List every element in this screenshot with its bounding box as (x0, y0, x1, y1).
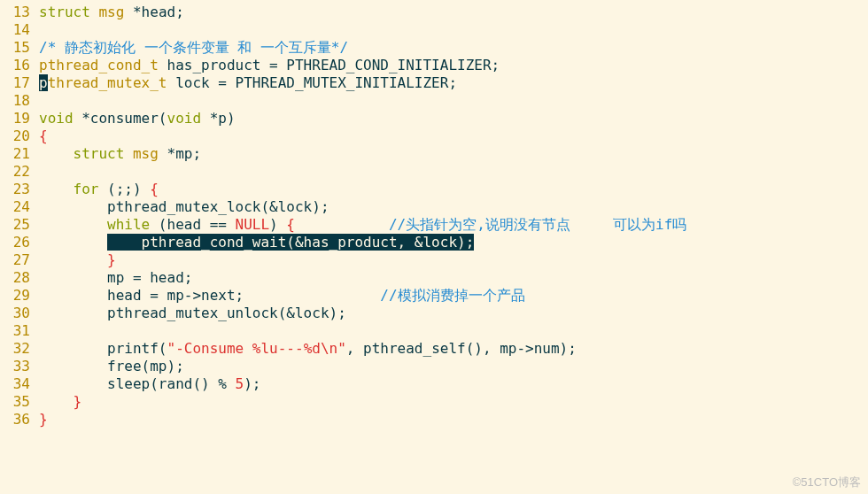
code-content[interactable]: } (39, 393, 868, 411)
token-cursor-block: p (39, 74, 48, 91)
code-content[interactable]: } (39, 251, 868, 269)
code-content[interactable]: pthread_mutex_unlock(&lock); (39, 305, 868, 322)
token-ident: *head; (124, 4, 183, 20)
token-ident: head = mp->next; (39, 287, 380, 304)
token-ident: *consumer( (74, 110, 167, 127)
code-line[interactable]: 24 pthread_mutex_lock(&lock); (0, 198, 868, 216)
code-line[interactable]: 33 free(mp); (0, 358, 868, 375)
code-content[interactable]: /* 静态初始化 一个条件变量 和 一个互斥量*/ (39, 39, 868, 57)
code-line[interactable]: 36} (0, 411, 868, 428)
code-content[interactable]: while (head == NULL) { //头指针为空,说明没有节点 可以… (39, 216, 868, 234)
code-line[interactable]: 30 pthread_mutex_unlock(&lock); (0, 305, 868, 322)
code-line[interactable]: 32 printf("-Consume %lu---%d\n", pthread… (0, 340, 868, 358)
line-number: 35 (0, 393, 39, 411)
token-cmt: /* 静态初始化 一个条件变量 和 一个互斥量*/ (39, 39, 348, 56)
token-ident: (head == (150, 216, 235, 233)
token-ident (39, 145, 74, 162)
code-content[interactable]: struct msg *mp; (39, 145, 868, 163)
token-kw: struct (39, 4, 90, 20)
token-brace: } (74, 393, 82, 410)
line-number: 27 (0, 251, 39, 269)
token-brace: } (39, 411, 48, 428)
code-content[interactable]: struct msg *head; (39, 4, 868, 21)
token-ident (90, 4, 99, 20)
code-line[interactable]: 35 } (0, 393, 868, 411)
line-number: 33 (0, 358, 39, 375)
token-kw: for (74, 181, 99, 197)
code-content[interactable]: head = mp->next; //模拟消费掉一个产品 (39, 287, 868, 305)
line-number: 13 (0, 4, 39, 21)
code-content[interactable]: } (39, 411, 868, 428)
line-number: 28 (0, 269, 39, 287)
token-type: thread_mutex_t (48, 74, 167, 91)
token-brace: { (150, 181, 159, 197)
line-number: 25 (0, 216, 39, 234)
token-kw: void (39, 110, 74, 127)
code-content[interactable]: pthread_mutex_lock(&lock); (39, 198, 868, 216)
line-number: 21 (0, 145, 39, 163)
code-line[interactable]: 21 struct msg *mp; (0, 145, 868, 163)
code-line[interactable]: 14 (0, 21, 868, 39)
code-content[interactable]: printf("-Consume %lu---%d\n", pthread_se… (39, 340, 868, 358)
code-line[interactable]: 20{ (0, 127, 868, 145)
code-content[interactable]: void *consumer(void *p) (39, 110, 868, 127)
code-line[interactable]: 13struct msg *head; (0, 4, 868, 21)
token-ident: has_product = PTHREAD_COND_INITIALIZER; (159, 57, 500, 73)
line-number: 14 (0, 21, 39, 39)
line-number: 18 (0, 92, 39, 110)
code-content[interactable]: pthread_cond_t has_product = PTHREAD_CON… (39, 57, 868, 74)
code-line[interactable]: 34 sleep(rand() % 5); (0, 375, 868, 393)
code-content[interactable]: free(mp); (39, 358, 868, 375)
token-ident (124, 145, 133, 162)
token-kw: void (167, 110, 202, 127)
code-line[interactable]: 18 (0, 92, 868, 110)
token-num: 5 (236, 375, 244, 392)
code-content[interactable]: for (;;) { (39, 181, 868, 198)
code-line[interactable]: 15/* 静态初始化 一个条件变量 和 一个互斥量*/ (0, 39, 868, 57)
token-brace: { (286, 216, 295, 233)
code-line[interactable]: 17pthread_mutex_t lock = PTHREAD_MUTEX_I… (0, 74, 868, 92)
line-number: 29 (0, 287, 39, 305)
code-content[interactable]: { (39, 127, 868, 145)
token-ident: (;;) (98, 181, 150, 197)
code-content[interactable]: pthread_mutex_t lock = PTHREAD_MUTEX_INI… (39, 74, 868, 92)
token-ident: lock = PTHREAD_MUTEX_INITIALIZER; (167, 74, 458, 91)
token-str: "-Consume %lu---%d\n" (167, 340, 346, 357)
token-ident (39, 234, 107, 251)
token-ident: printf( (39, 340, 167, 357)
token-ident: mp = head; (39, 269, 192, 286)
token-ident (295, 216, 389, 233)
line-number: 15 (0, 39, 39, 57)
code-line[interactable]: 28 mp = head; (0, 269, 868, 287)
code-line[interactable]: 27 } (0, 251, 868, 269)
code-line[interactable]: 16pthread_cond_t has_product = PTHREAD_C… (0, 57, 868, 74)
token-type: pthread_cond_t (39, 57, 159, 73)
token-selbg: pthread_cond_wait(&has_product, &lock); (107, 234, 474, 251)
token-ident: *mp; (159, 145, 201, 162)
code-line[interactable]: 26 pthread_cond_wait(&has_product, &lock… (0, 234, 868, 251)
code-line[interactable]: 22 (0, 163, 868, 181)
token-type: msg (133, 145, 159, 162)
code-content[interactable]: sleep(rand() % 5); (39, 375, 868, 393)
code-line[interactable]: 19void *consumer(void *p) (0, 110, 868, 127)
line-number: 16 (0, 57, 39, 74)
watermark: ©51CTO博客 (793, 475, 861, 490)
token-ident: ); (244, 375, 260, 392)
code-line[interactable]: 29 head = mp->next; //模拟消费掉一个产品 (0, 287, 868, 305)
token-ident: sleep(rand() % (39, 375, 236, 392)
token-ident: free(mp); (39, 358, 184, 374)
code-line[interactable]: 31 (0, 322, 868, 340)
code-line[interactable]: 23 for (;;) { (0, 181, 868, 198)
line-number: 24 (0, 198, 39, 216)
token-ident (39, 216, 107, 233)
line-number: 36 (0, 411, 39, 428)
code-line[interactable]: 25 while (head == NULL) { //头指针为空,说明没有节点… (0, 216, 868, 234)
code-editor[interactable]: 13struct msg *head;1415/* 静态初始化 一个条件变量 和… (0, 0, 868, 428)
token-cmt: //模拟消费掉一个产品 (380, 287, 524, 304)
line-number: 31 (0, 322, 39, 340)
line-number: 22 (0, 163, 39, 181)
token-brace: } (107, 251, 116, 268)
code-content[interactable]: mp = head; (39, 269, 868, 287)
code-content[interactable]: pthread_cond_wait(&has_product, &lock); (39, 234, 868, 251)
token-ident: *p) (201, 110, 236, 127)
